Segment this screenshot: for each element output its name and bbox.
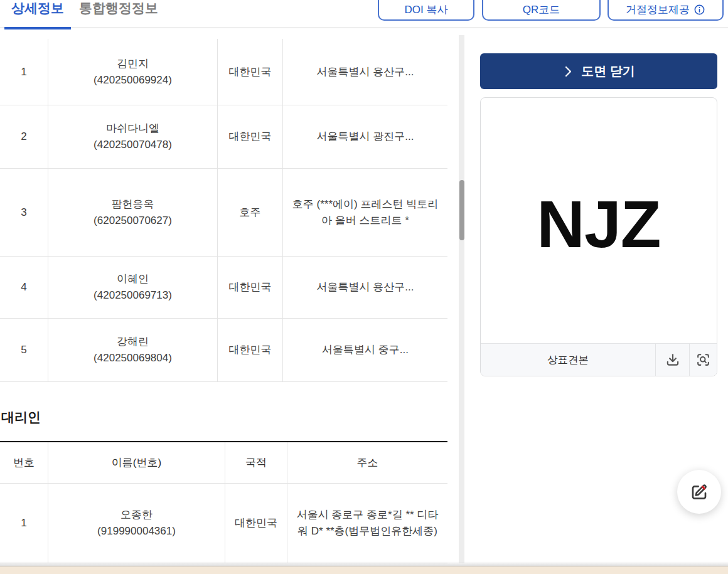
download-icon <box>665 352 681 368</box>
drawing-close-button[interactable]: 도면 닫기 <box>480 53 717 89</box>
agent-code: (919990004361) <box>97 523 176 539</box>
chevron-right-icon <box>562 65 574 78</box>
scrollbar-track[interactable] <box>459 35 464 563</box>
applicant-table: 1 김민지 (420250069924) 대한민국 서울특별시 용산구... 2… <box>0 39 447 382</box>
doi-copy-button[interactable]: DOI 복사 <box>378 0 474 21</box>
rejection-info-label: 거절정보제공 <box>626 3 690 17</box>
row-number: 4 <box>0 257 48 318</box>
drawing-close-label: 도면 닫기 <box>581 63 635 80</box>
applicant-name: 팜헌응옥 <box>112 196 154 213</box>
trademark-panel-bar: 상표견본 <box>481 343 717 376</box>
rejection-info-button[interactable]: 거절정보제공 <box>608 0 724 21</box>
header-no: 번호 <box>0 442 48 483</box>
address-cell: 서울특별시 광진구... <box>282 105 447 168</box>
address-cell: 서울특별시 용산구... <box>282 257 447 318</box>
detail-page: 상세정보 통합행정정보 DOI 복사 QR코드 거절정보제공 1 김민지 (42… <box>0 0 728 574</box>
agent-section-title: 대리인 <box>1 408 41 426</box>
name-cell: 강해린 (420250069804) <box>48 319 217 381</box>
nationality-cell: 대한민국 <box>217 257 282 318</box>
info-icon <box>693 4 705 16</box>
agent-table: 번호 이름(번호) 국적 주소 1 오종한 (919990004361) 대한민… <box>0 441 447 563</box>
name-cell: 마쉬다니엘 (420250070478) <box>48 105 217 168</box>
applicant-name: 김민지 <box>117 56 149 72</box>
applicant-code: (420250069804) <box>94 350 172 366</box>
applicant-name: 마쉬다니엘 <box>106 120 159 137</box>
applicant-name: 이혜인 <box>117 271 149 287</box>
content-cut-shadow <box>0 561 728 566</box>
tab-detail-info[interactable]: 상세정보 <box>11 0 64 28</box>
address-cell: 서울특별시 중구... <box>282 319 447 381</box>
header-address: 주소 <box>287 442 447 483</box>
download-button[interactable] <box>655 344 689 376</box>
header-name: 이름(번호) <box>48 442 225 483</box>
applicant-code: (620250070627) <box>94 213 172 229</box>
address-cell: 서울특별시 용산구... <box>282 39 447 105</box>
table-row: 2 마쉬다니엘 (420250070478) 대한민국 서울특별시 광진구... <box>0 105 447 169</box>
bottom-beige-bar <box>0 566 728 574</box>
table-header-row: 번호 이름(번호) 국적 주소 <box>0 442 447 484</box>
header-nationality: 국적 <box>225 442 287 483</box>
table-row: 3 팜헌응옥 (620250070627) 호주 호주 (***에이) 프레스턴… <box>0 169 447 257</box>
row-number: 1 <box>0 484 48 563</box>
row-number: 5 <box>0 319 48 381</box>
name-cell: 오종한 (919990004361) <box>48 484 225 563</box>
applicant-name: 강해린 <box>117 334 149 350</box>
address-cell: 서울시 종로구 종로*길 ** 디타워 D* **층(법무법인유한세종) <box>287 484 447 563</box>
nationality-cell: 호주 <box>217 169 282 256</box>
nationality-cell: 대한민국 <box>217 105 282 168</box>
applicant-code: (420250069713) <box>94 287 172 304</box>
qr-code-label: QR코드 <box>523 3 560 17</box>
scrollbar-thumb[interactable] <box>459 180 464 240</box>
qr-code-button[interactable]: QR코드 <box>482 0 601 21</box>
row-number: 1 <box>0 39 48 105</box>
image-zoom-button[interactable] <box>689 344 717 376</box>
trademark-image: NJZ <box>481 98 717 343</box>
nationality-cell: 대한민국 <box>217 319 282 381</box>
edit-fab-button[interactable] <box>677 470 721 514</box>
name-cell: 김민지 (420250069924) <box>48 39 217 105</box>
applicant-code: (420250069924) <box>94 72 172 88</box>
trademark-text: NJZ <box>537 186 660 262</box>
nationality-cell: 대한민국 <box>217 39 282 105</box>
tab-integrated-admin-info[interactable]: 통합행정정보 <box>79 0 158 28</box>
trademark-caption: 상표견본 <box>481 344 655 376</box>
trademark-panel: NJZ 상표견본 <box>480 97 717 376</box>
row-number: 2 <box>0 105 48 168</box>
row-number: 3 <box>0 169 48 256</box>
table-row: 5 강해린 (420250069804) 대한민국 서울특별시 중구... <box>0 319 447 382</box>
edit-pencil-icon <box>689 482 709 502</box>
zoom-preview-icon <box>695 352 711 368</box>
table-row: 1 오종한 (919990004361) 대한민국 서울시 종로구 종로*길 *… <box>0 484 447 563</box>
name-cell: 이혜인 (420250069713) <box>48 257 217 318</box>
nationality-cell: 대한민국 <box>225 484 287 563</box>
table-row: 4 이혜인 (420250069713) 대한민국 서울특별시 용산구... <box>0 257 447 319</box>
agent-name: 오종한 <box>120 507 153 523</box>
table-row: 1 김민지 (420250069924) 대한민국 서울특별시 용산구... <box>0 39 447 105</box>
address-cell: 호주 (***에이) 프레스턴 빅토리아 올버 스트리트 * <box>282 169 447 256</box>
name-cell: 팜헌응옥 (620250070627) <box>48 169 217 256</box>
applicant-code: (420250070478) <box>94 137 172 153</box>
doi-copy-label: DOI 복사 <box>405 3 448 17</box>
